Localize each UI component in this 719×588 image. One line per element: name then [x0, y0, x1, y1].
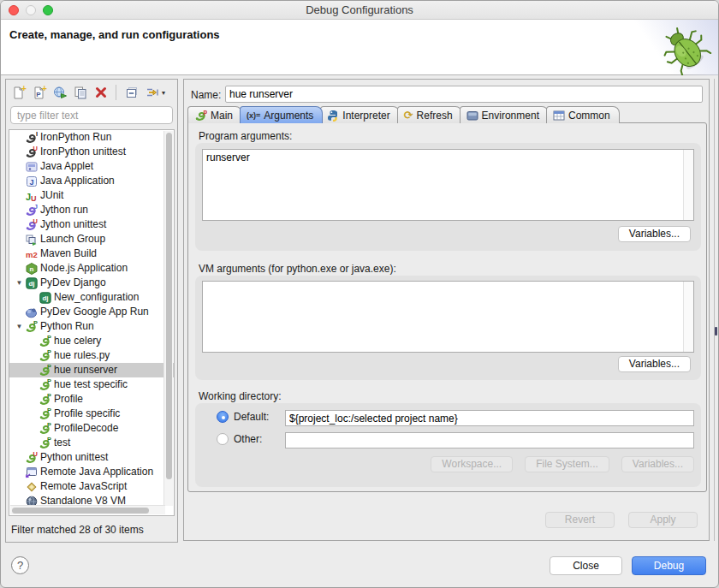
tree-item-ironpython-unittest[interactable]: UIronPython unittest	[9, 145, 174, 159]
tree-item-new-configuration[interactable]: djNew_configuration	[9, 290, 174, 305]
new-prototype-icon: P+	[32, 85, 47, 100]
right-sash[interactable]	[714, 79, 715, 541]
tab-interpreter[interactable]: Interpreter	[320, 106, 399, 123]
default-directory-field[interactable]	[285, 410, 694, 426]
svg-text:dj: dj	[28, 280, 34, 288]
filter-status: Filter matched 28 of 30 items	[11, 524, 144, 536]
tree-item-maven-build[interactable]: m2Maven Build	[9, 246, 174, 261]
svg-text:U: U	[31, 193, 37, 202]
remote-javascript-icon	[24, 480, 39, 493]
tab-environment[interactable]: Environment	[460, 106, 549, 123]
filter-launch-configurations-button[interactable]	[143, 84, 161, 102]
tree-item-hue-runserver[interactable]: Phue runserver	[9, 363, 174, 377]
file-system-button[interactable]: File System...	[525, 456, 609, 472]
tree-item-label: Python Run	[39, 319, 94, 334]
tree-item-hue-celery[interactable]: Phue celery	[9, 334, 174, 348]
tree-item-junit[interactable]: JUJUnit	[9, 188, 174, 203]
tree-item-ironpython-run[interactable]: IIronPython Run	[9, 130, 174, 145]
program-arguments-label: Program arguments:	[199, 130, 292, 142]
tab-refresh[interactable]: ⟳Refresh	[397, 106, 462, 123]
window-title: Debug Configurations	[1, 3, 718, 16]
workspace-button[interactable]: Workspace...	[431, 456, 513, 472]
revert-button[interactable]: Revert	[545, 512, 615, 528]
launch-toolbar: +P+▾	[9, 82, 165, 103]
delete-launch-configuration-button[interactable]	[92, 84, 110, 102]
dropdown-caret-icon[interactable]: ▾	[162, 89, 165, 97]
expand-arrow-icon[interactable]: ▼	[15, 276, 24, 290]
tree-item-pydev-google-app-run[interactable]: PyDev Google App Run	[9, 305, 174, 319]
revert-apply-row: Revert Apply	[545, 512, 698, 528]
tree-item-node-js-application[interactable]: nNode.js Application	[9, 261, 174, 276]
python-unittest-icon: U	[24, 451, 39, 464]
titlebar: Debug Configurations	[1, 1, 718, 20]
variables-button[interactable]: Variables...	[621, 456, 694, 472]
expand-arrow-icon[interactable]: ▼	[15, 319, 24, 334]
tree-item-java-application[interactable]: JJava Application	[9, 174, 174, 188]
close-button[interactable]: Close	[550, 556, 622, 575]
tab-main[interactable]: pMain	[187, 106, 242, 123]
tree-item-label: Java Applet	[39, 159, 93, 174]
help-icon[interactable]: ?	[11, 556, 29, 574]
tree-item-profile[interactable]: PProfile	[9, 392, 174, 407]
python-run-icon: P	[38, 349, 52, 362]
python-run-icon: P	[38, 378, 52, 391]
apply-button[interactable]: Apply	[628, 512, 698, 528]
textarea-scrollbar[interactable]	[683, 150, 693, 220]
launch-group-icon	[24, 233, 39, 246]
new-launch-configuration-button[interactable]: +	[9, 84, 27, 102]
configuration-detail-panel: Name: pMain(x)=ArgumentsInterpreter⟳Refr…	[183, 79, 710, 541]
vm-arguments-textarea[interactable]	[202, 281, 694, 353]
tab-arguments[interactable]: (x)=Arguments	[240, 106, 323, 123]
jython-unittest-icon: U	[24, 218, 39, 231]
tree-item-hue-rules-py[interactable]: Phue rules.py	[9, 348, 174, 363]
svg-text:U: U	[33, 451, 38, 458]
tree-item-jython-unittest[interactable]: UJython unittest	[9, 217, 174, 232]
tree-item-profiledecode[interactable]: PProfileDecode	[9, 421, 174, 436]
vm-arguments-label: VM arguments (for python.exe or java.exe…	[199, 263, 396, 275]
tree-vertical-scrollbar[interactable]	[163, 131, 173, 506]
tree-item-test[interactable]: Ptest	[9, 436, 174, 450]
program-arguments-textarea[interactable]: runserver	[202, 149, 694, 221]
tab-label: Environment	[482, 110, 539, 122]
ironpython-unittest-icon: U	[24, 146, 39, 158]
debug-bug-icon	[660, 22, 713, 75]
tree-horizontal-scrollbar[interactable]	[10, 505, 165, 514]
new-launch-prototype-button[interactable]: P+	[30, 84, 48, 102]
tree-item-label: Profile	[52, 392, 83, 407]
tree-item-java-applet[interactable]: Java Applet	[9, 159, 174, 174]
default-radio[interactable]	[217, 411, 229, 423]
name-input[interactable]	[225, 86, 703, 103]
textarea-scrollbar[interactable]	[683, 282, 693, 352]
filter-input[interactable]	[10, 106, 173, 124]
working-directory-group: Default: Other: Workspace...File System.…	[195, 403, 701, 487]
tree-item-remote-java-application[interactable]: Remote Java Application	[9, 465, 174, 479]
svg-text:P: P	[47, 437, 51, 443]
svg-text:dj: dj	[42, 294, 48, 302]
tree-item-launch-group[interactable]: Launch Group	[9, 232, 174, 246]
export-launch-configurations-button[interactable]	[51, 84, 68, 102]
tree-item-hue-test-specific[interactable]: Phue test specific	[9, 377, 174, 392]
debug-button[interactable]: Debug	[632, 556, 706, 575]
program-arguments-variables-button[interactable]: Variables...	[618, 226, 691, 242]
name-label: Name:	[191, 89, 221, 101]
sash-handle[interactable]	[715, 327, 717, 336]
tree-item-label: PyDev Google App Run	[39, 305, 149, 319]
tree-item-remote-javascript[interactable]: Remote JavaScript	[9, 479, 174, 494]
tree-item-pydev-django[interactable]: ▼djPyDev Django	[9, 276, 174, 290]
tree-item-python-run[interactable]: ▼PPython Run	[9, 319, 174, 334]
tree-item-profile-specific[interactable]: PProfile specific	[9, 407, 174, 421]
google-app-run-icon	[24, 306, 39, 318]
default-radio-label: Default:	[234, 411, 269, 423]
svg-text:p: p	[203, 109, 207, 116]
tree-item-python-unittest[interactable]: UPython unittest	[9, 450, 174, 465]
tab-common[interactable]: Common	[546, 106, 620, 123]
configurations-tree[interactable]: IIronPython RunUIronPython unittestJava …	[9, 129, 175, 516]
duplicate-launch-configuration-button[interactable]	[71, 84, 89, 102]
collapse-all-button[interactable]	[122, 84, 140, 102]
svg-text:P: P	[47, 349, 51, 356]
tree-item-jython-run[interactable]: JJython run	[9, 203, 174, 217]
other-directory-field[interactable]	[285, 432, 694, 448]
other-radio[interactable]	[217, 433, 229, 445]
vm-arguments-variables-button[interactable]: Variables...	[618, 356, 691, 372]
svg-text:P: P	[33, 320, 38, 327]
